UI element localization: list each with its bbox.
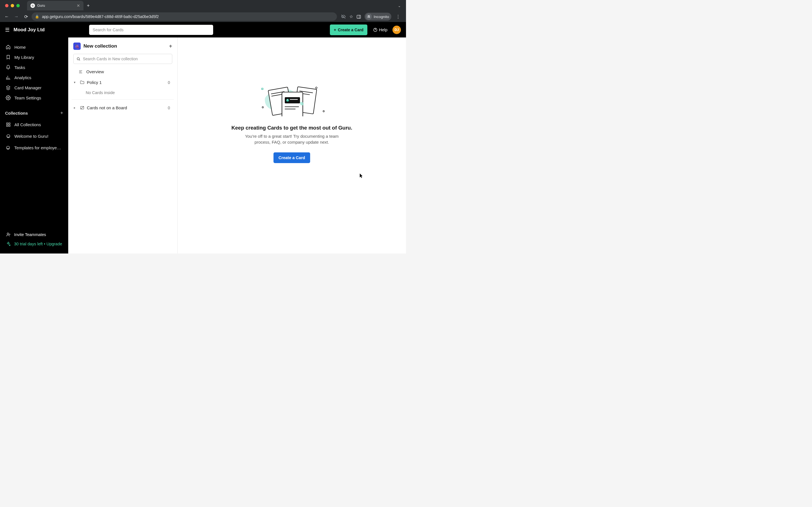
avatar[interactable]: DJ (393, 25, 401, 34)
sidebar-collection-all[interactable]: All Collections (0, 120, 68, 129)
folder-empty-text: No Cards inside (71, 88, 174, 100)
chrome-right-controls: ☆ Incognito ⋮ (339, 13, 403, 20)
loose-cards-label: Cards not on a Board (87, 105, 127, 110)
eye-off-icon[interactable] (341, 14, 346, 19)
address-bar[interactable]: 🔒 app.getguru.com/boards/589e4d87-c88d-4… (32, 12, 337, 21)
collection-search-input[interactable]: Search Cards in New collection (73, 54, 172, 64)
sidebar-item-card-manager[interactable]: Card Manager (0, 82, 68, 93)
forward-button[interactable]: → (12, 14, 20, 19)
plus-icon: + (334, 27, 336, 32)
svg-rect-6 (6, 123, 8, 124)
star-icon[interactable]: ☆ (349, 14, 353, 19)
tabs-dropdown-icon[interactable]: ⌄ (398, 4, 401, 8)
tab-favicon-icon: G (31, 3, 35, 8)
collection-header: 🍇 New collection + (70, 43, 175, 54)
upgrade-label: 30 trial days left • Upgrade (14, 242, 62, 246)
empty-state-illustration-icon (257, 86, 327, 116)
tab-close-icon[interactable]: ✕ (73, 3, 80, 8)
collection-title[interactable]: New collection (84, 43, 117, 49)
sidebar-collection-templates[interactable]: Templates for employee ... (0, 143, 68, 153)
sidebar-item-team-settings[interactable]: Team Settings (0, 93, 68, 103)
collection-label: Welcome to Guru! (14, 134, 49, 138)
help-link[interactable]: Help (373, 27, 388, 32)
address-row: ← → ⟳ 🔒 app.getguru.com/boards/589e4d87-… (0, 11, 406, 22)
help-label: Help (379, 27, 388, 32)
sidebar-item-label: My Library (14, 55, 34, 60)
create-card-cta-button[interactable]: Create a Card (273, 152, 310, 163)
svg-rect-7 (8, 123, 10, 124)
window-controls (2, 4, 22, 7)
bell-icon (6, 65, 11, 70)
browser-menu-icon[interactable]: ⋮ (395, 14, 402, 19)
create-card-button[interactable]: + Create a Card (330, 24, 367, 35)
collections-heading: Collections (5, 111, 28, 115)
invite-teammates-link[interactable]: Invite Teammates (0, 230, 68, 239)
main-content: Keep creating Cards to get the most out … (177, 38, 406, 253)
bookmark-icon (6, 55, 11, 60)
cta-label: Create a Card (278, 156, 305, 160)
overview-row[interactable]: Overview (70, 66, 175, 77)
new-tab-button[interactable]: + (87, 3, 90, 8)
sidebar-item-analytics[interactable]: Analytics (0, 72, 68, 82)
svg-point-13 (77, 57, 80, 60)
svg-line-19 (80, 107, 84, 109)
panel-icon[interactable] (356, 14, 361, 19)
loose-cards-row[interactable]: ▸ Cards not on a Board 0 (70, 103, 175, 113)
svg-rect-30 (282, 92, 303, 116)
caret-right-icon[interactable]: ▸ (74, 106, 77, 110)
guru-icon (6, 145, 11, 150)
search-placeholder: Search for Cards (93, 27, 123, 32)
folder-label: Policy 1 (87, 80, 102, 85)
back-button[interactable]: ← (3, 14, 11, 19)
layers-icon (6, 85, 11, 90)
sidebar-item-label: Analytics (14, 75, 31, 80)
sidebar-item-library[interactable]: My Library (0, 52, 68, 62)
search-input[interactable]: Search for Cards (89, 25, 213, 35)
folder-row[interactable]: ▾ Policy 1 0 (70, 77, 175, 88)
add-collection-button[interactable]: + (60, 110, 63, 116)
sidebar-item-label: Card Manager (14, 86, 42, 90)
collection-label: All Collections (14, 122, 41, 127)
app-body: Home My Library Tasks Analytics Card Man… (0, 38, 406, 253)
url-text: app.getguru.com/boards/589e4d87-c88d-469… (42, 14, 159, 19)
collection-badge-icon: 🍇 (73, 43, 81, 50)
sidebar-item-tasks[interactable]: Tasks (0, 62, 68, 72)
svg-rect-20 (262, 88, 263, 90)
tab-strip: G Guru ✕ + ⌄ (0, 0, 406, 11)
collection-add-button[interactable]: + (169, 43, 172, 50)
sidebar-collection-welcome[interactable]: Welcome to Guru! (0, 131, 68, 141)
sidebar-item-home[interactable]: Home (0, 42, 68, 52)
incognito-icon (366, 13, 372, 20)
caret-down-icon[interactable]: ▾ (74, 80, 77, 84)
svg-point-23 (323, 111, 324, 112)
incognito-badge[interactable]: Incognito (364, 13, 391, 20)
overview-label: Overview (86, 69, 104, 74)
invite-label: Invite Teammates (14, 232, 46, 237)
svg-rect-9 (8, 125, 10, 126)
browser-tab[interactable]: G Guru ✕ (27, 1, 84, 10)
reload-button[interactable]: ⟳ (22, 14, 30, 19)
browser-chrome: G Guru ✕ + ⌄ ← → ⟳ 🔒 app.getguru.com/boa… (0, 0, 406, 22)
incognito-label: Incognito (373, 15, 389, 19)
brand-name[interactable]: Mood Joy Ltd (13, 27, 45, 33)
collection-label: Templates for employee ... (14, 145, 63, 150)
sidebar-item-label: Home (14, 45, 26, 50)
collection-list: Overview ▾ Policy 1 0 No Cards inside ▸ … (70, 66, 175, 113)
window-maximize-icon[interactable] (16, 4, 20, 7)
home-icon (6, 45, 11, 50)
upgrade-link[interactable]: 30 trial days left • Upgrade (0, 239, 68, 248)
folder-icon (80, 80, 85, 85)
empty-state-title: Keep creating Cards to get the most out … (232, 125, 352, 131)
mouse-cursor-icon (359, 173, 363, 178)
svg-point-22 (262, 107, 264, 108)
svg-line-14 (79, 59, 80, 60)
create-card-label: Create a Card (338, 27, 363, 32)
guru-icon (6, 134, 11, 138)
tab-title: Guru (37, 4, 45, 8)
sparkle-icon (6, 241, 11, 246)
window-close-icon[interactable] (5, 4, 8, 7)
collections-heading-row: Collections + (0, 110, 68, 116)
menu-toggle-icon[interactable]: ☰ (5, 27, 10, 33)
search-icon (77, 57, 81, 61)
window-minimize-icon[interactable] (11, 4, 14, 7)
